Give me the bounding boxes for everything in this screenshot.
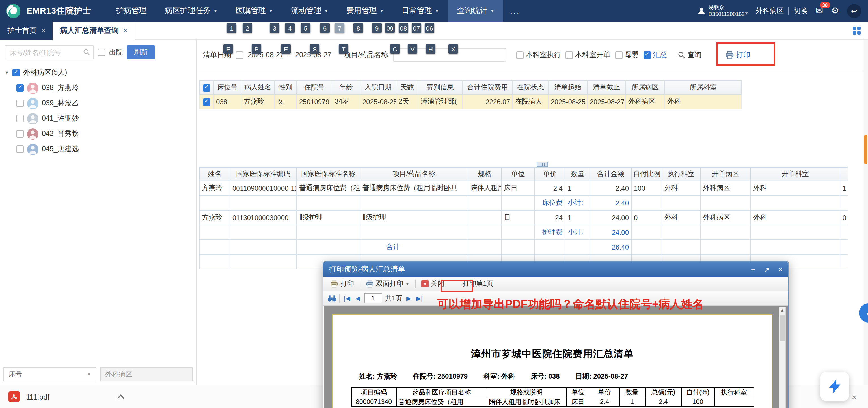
maximize-icon[interactable]: ↗	[764, 266, 770, 273]
discharge-checkbox[interactable]	[98, 49, 105, 56]
column-header[interactable]: 单价	[535, 167, 565, 181]
column-header[interactable]: 数量	[565, 167, 590, 181]
close-icon[interactable]: ×	[851, 392, 857, 402]
patient-checkbox[interactable]	[17, 99, 24, 107]
back-icon[interactable]: ↩	[847, 4, 861, 18]
menu-nursing[interactable]: 护病管理	[107, 0, 156, 22]
column-header[interactable]: 费别信息	[418, 81, 462, 94]
column-header[interactable]: 规格	[468, 167, 501, 181]
column-header[interactable]: 病人姓名	[241, 81, 275, 94]
search-input[interactable]	[4, 45, 94, 59]
patient-item[interactable]: 038_方燕玲	[4, 80, 192, 96]
duplex-print-button[interactable]: 双面打印 ▼	[363, 278, 412, 290]
column-header[interactable]: 合计金额	[590, 167, 631, 181]
patient-item[interactable]: 041_许亚妙	[4, 111, 192, 126]
switch-ward-button[interactable]: 切换	[794, 6, 808, 16]
select-all-checkbox-cell[interactable]	[199, 81, 214, 94]
prev-page-button[interactable]: ◀	[354, 295, 361, 302]
last-page-button[interactable]: ▶|	[415, 295, 424, 302]
column-header[interactable]: 性别	[275, 81, 297, 94]
scrollbar-thumb[interactable]	[864, 135, 867, 164]
patient-row-selected[interactable]: 038 方燕玲 女 25010979 34岁 2025-08-25 2天 漳浦管…	[199, 94, 742, 109]
patient-checkbox[interactable]	[17, 84, 24, 92]
minimize-icon[interactable]: −	[751, 266, 755, 273]
column-header[interactable]: 在院状态	[513, 81, 548, 94]
splitter-handle[interactable]	[537, 162, 548, 167]
mother-baby-checkbox[interactable]	[615, 51, 622, 59]
column-header[interactable]: 合计住院费用	[462, 81, 513, 94]
column-header[interactable]: 住院号	[297, 81, 332, 94]
preview-scrollbar[interactable]: ▲	[779, 307, 786, 408]
column-header[interactable]: 开单病区	[700, 167, 751, 181]
column-header[interactable]: 所属病区	[626, 81, 665, 94]
patient-item[interactable]: 039_林浚乙	[4, 96, 192, 111]
tab-patient-summary-query[interactable]: 病人汇总清单查询 ×	[53, 22, 135, 39]
column-header[interactable]: 国家医保标准编码	[230, 167, 297, 181]
patient-item[interactable]: 045_唐建选	[4, 142, 192, 157]
column-header[interactable]: 国家医保标准名称	[297, 167, 360, 181]
menu-query-stats[interactable]: 查询统计▼	[448, 0, 503, 22]
user-info[interactable]: 易联众 D350112001627	[697, 4, 748, 18]
order-dept-checkbox[interactable]	[565, 51, 573, 59]
vertical-scrollbar[interactable]	[863, 39, 868, 385]
column-header[interactable]: 单位	[501, 167, 535, 181]
ward-checkbox[interactable]	[12, 69, 20, 77]
close-icon[interactable]: ×	[123, 27, 127, 34]
ward-select[interactable]: 外科病区	[100, 367, 193, 381]
mail-icon[interactable]: ✉ 30	[816, 6, 823, 15]
column-header[interactable]: 项目/药品名称	[360, 167, 468, 181]
menu-ward-tasks[interactable]: 病区护理任务▼	[156, 0, 226, 22]
query-button[interactable]: 查询	[677, 50, 702, 60]
dialog-titlebar[interactable]: 打印预览-病人汇总清单 − ↗ ×	[323, 262, 788, 277]
scroll-up-icon[interactable]: ▲	[779, 307, 785, 314]
summary-checkbox[interactable]	[643, 51, 651, 59]
row-checkbox-cell[interactable]	[199, 94, 214, 109]
column-header[interactable]: 自付比例	[631, 167, 662, 181]
menu-more-button[interactable]: ...	[503, 0, 527, 22]
find-icon[interactable]	[328, 295, 337, 302]
column-header[interactable]: 床位号	[214, 81, 241, 94]
row-checkbox[interactable]	[203, 98, 210, 106]
tree-root-ward[interactable]: ▼ 外科病区(5人)	[4, 65, 192, 80]
dialog-close-button[interactable]: × 关闭	[418, 278, 447, 290]
bed-select[interactable]: 床号 ▼	[3, 367, 96, 381]
floating-app-icon[interactable]	[820, 372, 849, 401]
downloaded-filename[interactable]: 111.pdf	[26, 392, 50, 401]
page-number-input[interactable]	[364, 293, 382, 303]
patient-checkbox[interactable]	[17, 145, 24, 153]
column-header[interactable]: 年龄	[332, 81, 360, 94]
apps-grid-icon[interactable]	[852, 26, 861, 35]
tab-nurse-home[interactable]: 护士首页 ×	[0, 22, 53, 39]
column-header[interactable]: 天数	[396, 81, 418, 94]
menu-fees[interactable]: 费用管理▼	[337, 0, 393, 22]
patient-checkbox[interactable]	[17, 130, 24, 138]
menu-daily[interactable]: 日常管理▼	[393, 0, 448, 22]
select-all-checkbox[interactable]	[203, 84, 210, 91]
date-filter-checkbox[interactable]	[236, 51, 243, 59]
print-button[interactable]: 打印	[725, 50, 750, 60]
patient-checkbox[interactable]	[17, 115, 24, 122]
column-header[interactable]: 执行科室	[662, 167, 700, 181]
column-header[interactable]: 入院日期	[360, 81, 396, 94]
column-header[interactable]: 清单起始	[548, 81, 587, 94]
gear-icon[interactable]: ⚙	[831, 6, 839, 15]
scrollbar-thumb[interactable]	[780, 315, 785, 341]
fee-row[interactable]: 方燕玲 011301000030000 Ⅱ级护理 Ⅱ级护理 日 24 1 24.…	[199, 210, 848, 225]
column-header[interactable]: 所属科室	[665, 81, 742, 94]
menu-orders[interactable]: 医嘱管理▼	[226, 0, 282, 22]
fee-row[interactable]: 方燕玲 001109000010000-11 普通病房床位费（租用 普通病房床位…	[199, 181, 848, 196]
column-header[interactable]: 清单截止	[587, 81, 626, 94]
close-icon[interactable]: ×	[778, 266, 783, 273]
exec-dept-checkbox[interactable]	[516, 51, 523, 59]
refresh-button[interactable]: 刷新	[127, 45, 155, 59]
tree-expander-icon[interactable]: ▼	[4, 70, 9, 75]
close-icon[interactable]: ×	[41, 27, 45, 34]
first-page-button[interactable]: |◀	[343, 295, 351, 302]
chevron-up-icon[interactable]	[117, 394, 124, 401]
column-header[interactable]: 物	[840, 167, 848, 181]
dialog-print-button[interactable]: 打印	[328, 278, 357, 290]
column-header[interactable]: 姓名	[199, 167, 230, 181]
next-page-button[interactable]: ▶	[405, 295, 412, 302]
menu-flow[interactable]: 流动管理▼	[282, 0, 337, 22]
patient-item[interactable]: 042_肖秀钦	[4, 126, 192, 142]
